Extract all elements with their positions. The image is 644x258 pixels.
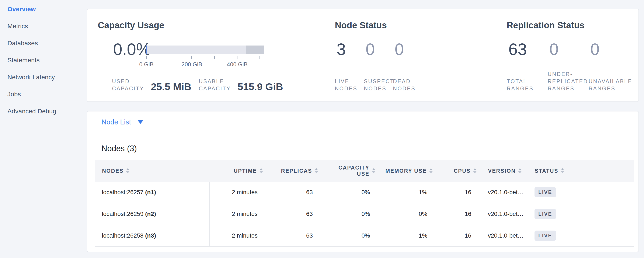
replication-status-title: Replication Status	[507, 20, 584, 31]
usable-capacity-label: USABLE CAPACITY	[199, 78, 234, 92]
column-header-nodes[interactable]: NODES	[95, 160, 210, 182]
capacity-bar-reserved-segment	[246, 46, 264, 54]
nodes-table: NODES UPTIME REPLICAS CAPACITY USE MEMOR…	[95, 160, 634, 247]
memory-use-cell: 0%	[377, 203, 434, 225]
live-status-badge: LIVE	[534, 187, 556, 197]
status-cell: LIVE	[534, 225, 634, 246]
replicas-cell: 63	[264, 203, 320, 225]
sidebar-item-databases[interactable]: Databases	[8, 35, 84, 52]
sidebar-item-metrics[interactable]: Metrics	[8, 18, 84, 35]
capacity-bar-chart: 0 GiB 200 GiB 400 GiB	[146, 46, 265, 54]
version-cell: v20.1.0-bet…	[478, 225, 534, 246]
node-address-cell: localhost:26258 (n3)	[95, 225, 210, 246]
capacity-axis-ticks	[146, 56, 260, 59]
status-cell: LIVE	[534, 203, 634, 225]
axis-label-200: 200 GiB	[182, 61, 202, 68]
column-header-replicas[interactable]: REPLICAS	[264, 160, 320, 182]
axis-label-0: 0 GiB	[139, 61, 154, 68]
under-replicated-ranges-value: 0	[548, 41, 588, 57]
dead-nodes-value: 0	[393, 41, 422, 57]
live-nodes-value: 3	[335, 41, 364, 57]
capacity-bar	[146, 46, 264, 54]
unavailable-ranges-value: 0	[588, 41, 630, 57]
node-list-dropdown[interactable]: Node List	[102, 118, 143, 126]
column-header-memory-use[interactable]: MEMORY USE	[377, 160, 434, 182]
sort-icon	[372, 168, 375, 173]
sidebar-item-network-latency[interactable]: Network Latency	[8, 69, 84, 86]
capacity-use-cell: 0%	[320, 182, 377, 203]
node-address-cell: localhost:26257 (n1)	[95, 182, 210, 203]
status-cell: LIVE	[534, 182, 634, 203]
cpus-cell: 16	[434, 225, 478, 246]
replication-status-section: Replication Status 63 0 0 TOTAL RANGES U…	[507, 9, 639, 101]
axis-label-400: 400 GiB	[227, 61, 248, 68]
column-header-capacity-use[interactable]: CAPACITY USE	[320, 160, 377, 182]
cpus-cell: 16	[434, 203, 478, 225]
replicas-cell: 63	[264, 182, 320, 203]
node-address-cell: localhost:26259 (n2)	[95, 203, 210, 225]
cpus-cell: 16	[434, 182, 478, 203]
suspect-nodes-label: SUSPECT NODES	[364, 78, 393, 92]
sort-icon	[126, 168, 130, 173]
column-header-cpus[interactable]: CPUS	[434, 160, 478, 182]
node-row-n1[interactable]: localhost:26257 (n1) 2 minutes 63 0% 1% …	[95, 182, 634, 203]
capacity-usage-title: Capacity Usage	[98, 20, 164, 31]
node-list-card-header: Node List	[87, 111, 638, 133]
nodes-table-header-row: NODES UPTIME REPLICAS CAPACITY USE MEMOR…	[95, 160, 634, 182]
unavailable-ranges-label: UNAVAILABLE RANGES	[588, 78, 630, 92]
sort-icon	[429, 168, 433, 173]
sidebar-item-overview[interactable]: Overview	[8, 1, 84, 18]
dead-nodes-label: DEAD NODES	[393, 78, 422, 92]
sidebar: Overview Metrics Databases Statements Ne…	[8, 1, 84, 120]
node-list-card: Node List Nodes (3) NODES UPTIME REPLICA…	[87, 111, 639, 252]
replicas-cell: 63	[264, 225, 320, 246]
memory-use-cell: 1%	[377, 225, 434, 246]
capacity-bar-used-segment	[146, 46, 147, 54]
uptime-cell: 2 minutes	[210, 182, 264, 203]
sort-icon	[518, 168, 522, 173]
sort-icon	[315, 168, 318, 173]
live-status-badge: LIVE	[534, 209, 556, 219]
sort-icon	[260, 168, 263, 173]
node-status-section: Node Status 3 0 0 LIVE NODES SUSPECT NOD…	[335, 9, 504, 101]
sidebar-item-jobs[interactable]: Jobs	[8, 86, 84, 103]
usable-capacity-value: 515.9 GiB	[238, 81, 283, 92]
column-header-status[interactable]: STATUS	[534, 160, 634, 182]
version-cell: v20.1.0-bet…	[478, 203, 534, 225]
capacity-use-cell: 0%	[320, 203, 377, 225]
suspect-nodes-value: 0	[364, 41, 393, 57]
sidebar-item-advanced-debug[interactable]: Advanced Debug	[8, 103, 84, 120]
caret-down-icon	[138, 120, 143, 124]
used-capacity-value: 25.5 MiB	[151, 81, 192, 92]
capacity-usage-section: Capacity Usage 0.0% 0 GiB 200 GiB 400 Gi…	[98, 9, 331, 101]
sidebar-item-statements[interactable]: Statements	[8, 52, 84, 69]
used-capacity-label: USED CAPACITY	[112, 78, 147, 92]
capacity-stats: USED CAPACITY 25.5 MiB USABLE CAPACITY 5…	[112, 70, 283, 92]
memory-use-cell: 1%	[377, 182, 434, 203]
nodes-heading: Nodes (3)	[102, 143, 137, 154]
live-status-badge: LIVE	[534, 230, 556, 241]
total-ranges-value: 63	[507, 41, 548, 57]
sort-icon	[473, 168, 476, 173]
total-ranges-label: TOTAL RANGES	[507, 78, 548, 92]
version-cell: v20.1.0-bet…	[478, 182, 534, 203]
capacity-percent: 0.0%	[113, 41, 151, 57]
uptime-cell: 2 minutes	[210, 225, 264, 246]
uptime-cell: 2 minutes	[210, 203, 264, 225]
column-header-version[interactable]: VERSION	[478, 160, 534, 182]
node-row-n2[interactable]: localhost:26259 (n2) 2 minutes 63 0% 0% …	[95, 203, 634, 225]
column-header-uptime[interactable]: UPTIME	[210, 160, 264, 182]
node-status-title: Node Status	[335, 20, 387, 31]
sort-icon	[561, 168, 564, 173]
capacity-use-cell: 0%	[320, 225, 377, 246]
cluster-summary-card: Capacity Usage 0.0% 0 GiB 200 GiB 400 Gi…	[87, 9, 639, 102]
node-row-n3[interactable]: localhost:26258 (n3) 2 minutes 63 0% 1% …	[95, 225, 634, 246]
live-nodes-label: LIVE NODES	[335, 78, 364, 92]
under-replicated-ranges-label: UNDER-REPLICATED RANGES	[548, 70, 588, 92]
